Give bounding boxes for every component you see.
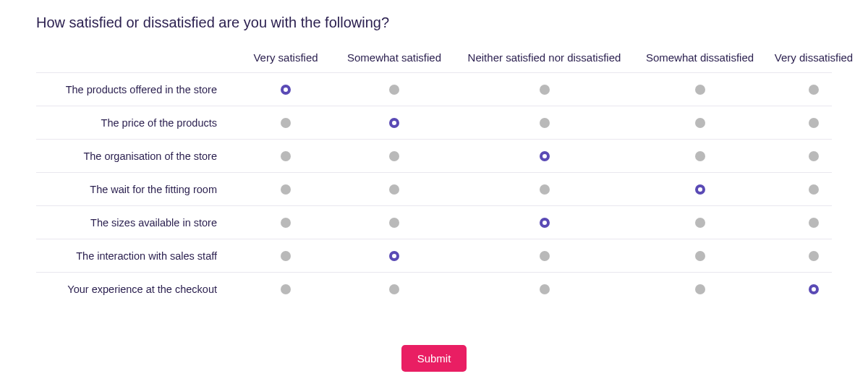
- radio-option[interactable]: [695, 218, 705, 228]
- radio-cell: [239, 251, 333, 261]
- row-label: The sizes available in store: [36, 217, 239, 229]
- radio-cell: [333, 85, 456, 95]
- radio-option[interactable]: [809, 218, 819, 228]
- radio-cell: [333, 118, 456, 128]
- radio-cell: [333, 184, 456, 195]
- radio-cell: [456, 184, 633, 195]
- radio-option[interactable]: [540, 85, 550, 95]
- radio-cell: [239, 184, 333, 195]
- radio-option[interactable]: [540, 218, 550, 228]
- radio-option[interactable]: [281, 118, 291, 128]
- radio-option[interactable]: [281, 184, 291, 195]
- radio-option[interactable]: [281, 284, 291, 294]
- matrix-row: The sizes available in store: [36, 205, 832, 239]
- radio-cell: [633, 184, 767, 195]
- radio-option[interactable]: [540, 151, 550, 161]
- radio-option[interactable]: [389, 118, 399, 128]
- radio-option[interactable]: [809, 251, 819, 261]
- radio-cell: [767, 251, 861, 261]
- matrix-row: The interaction with sales staff: [36, 239, 832, 272]
- radio-option[interactable]: [281, 218, 291, 228]
- radio-option[interactable]: [809, 85, 819, 95]
- radio-cell: [767, 85, 861, 95]
- radio-option[interactable]: [389, 151, 399, 161]
- radio-cell: [333, 151, 456, 161]
- radio-cell: [333, 218, 456, 228]
- radio-cell: [456, 251, 633, 261]
- radio-cell: [333, 251, 456, 261]
- radio-option[interactable]: [695, 251, 705, 261]
- radio-cell: [456, 118, 633, 128]
- radio-option[interactable]: [695, 184, 705, 195]
- radio-option[interactable]: [695, 284, 705, 294]
- radio-cell: [456, 85, 633, 95]
- radio-option[interactable]: [809, 284, 819, 294]
- radio-option[interactable]: [695, 85, 705, 95]
- radio-option[interactable]: [389, 284, 399, 294]
- radio-option[interactable]: [540, 184, 550, 195]
- matrix-row: The price of the products: [36, 106, 832, 139]
- radio-option[interactable]: [540, 118, 550, 128]
- radio-cell: [767, 118, 861, 128]
- radio-option[interactable]: [389, 218, 399, 228]
- radio-option[interactable]: [695, 118, 705, 128]
- radio-option[interactable]: [389, 251, 399, 261]
- likert-matrix: Very satisfied Somewhat satisfied Neithe…: [36, 46, 832, 305]
- radio-option[interactable]: [809, 151, 819, 161]
- row-label: Your experience at the checkout: [36, 284, 239, 295]
- matrix-row: Your experience at the checkout: [36, 272, 832, 305]
- radio-cell: [456, 284, 633, 294]
- radio-option[interactable]: [389, 85, 399, 95]
- radio-option[interactable]: [281, 251, 291, 261]
- radio-option[interactable]: [540, 251, 550, 261]
- row-label: The organisation of the store: [36, 150, 239, 162]
- column-header: Very dissatisfied: [767, 51, 861, 64]
- radio-option[interactable]: [695, 151, 705, 161]
- radio-cell: [767, 218, 861, 228]
- radio-option[interactable]: [809, 184, 819, 195]
- row-label: The interaction with sales staff: [36, 250, 239, 262]
- radio-option[interactable]: [281, 85, 291, 95]
- column-header: Very satisfied: [239, 51, 333, 64]
- radio-cell: [633, 251, 767, 261]
- radio-cell: [767, 184, 861, 195]
- radio-cell: [456, 218, 633, 228]
- row-label: The wait for the fitting room: [36, 184, 239, 195]
- radio-option[interactable]: [389, 184, 399, 195]
- row-label: The products offered in the store: [36, 84, 239, 95]
- matrix-row: The wait for the fitting room: [36, 172, 832, 205]
- radio-cell: [633, 218, 767, 228]
- question-title: How satisfied or dissatisfied are you wi…: [36, 14, 832, 31]
- radio-cell: [239, 218, 333, 228]
- radio-cell: [456, 151, 633, 161]
- column-header: Somewhat dissatisfied: [633, 51, 767, 64]
- radio-option[interactable]: [281, 151, 291, 161]
- radio-cell: [333, 284, 456, 294]
- radio-cell: [633, 284, 767, 294]
- row-label: The price of the products: [36, 117, 239, 129]
- radio-option[interactable]: [540, 284, 550, 294]
- radio-cell: [633, 85, 767, 95]
- radio-cell: [767, 284, 861, 294]
- matrix-header: Very satisfied Somewhat satisfied Neithe…: [36, 46, 832, 72]
- matrix-row: The products offered in the store: [36, 72, 832, 106]
- radio-cell: [633, 118, 767, 128]
- radio-cell: [239, 85, 333, 95]
- submit-button[interactable]: Submit: [401, 345, 467, 372]
- matrix-row: The organisation of the store: [36, 139, 832, 172]
- radio-option[interactable]: [809, 118, 819, 128]
- column-header: Neither satisfied nor dissatisfied: [456, 51, 633, 64]
- radio-cell: [633, 151, 767, 161]
- radio-cell: [239, 151, 333, 161]
- column-header: Somewhat satisfied: [333, 51, 456, 64]
- radio-cell: [239, 284, 333, 294]
- radio-cell: [239, 118, 333, 128]
- radio-cell: [767, 151, 861, 161]
